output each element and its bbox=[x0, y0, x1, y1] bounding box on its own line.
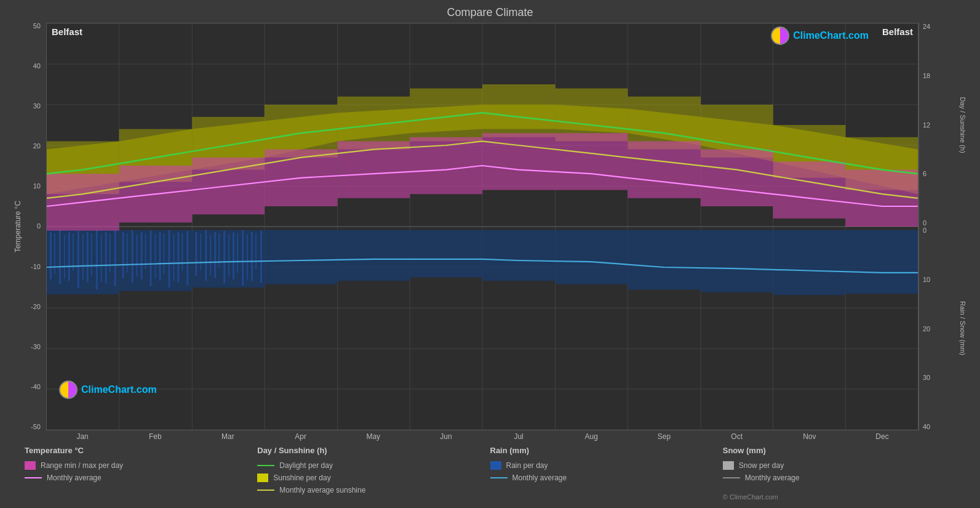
svg-rect-99 bbox=[556, 133, 628, 190]
svg-rect-78 bbox=[260, 231, 262, 283]
svg-rect-100 bbox=[627, 141, 701, 198]
svg-rect-31 bbox=[701, 230, 773, 292]
svg-rect-45 bbox=[101, 235, 102, 282]
legend-item-rain-per-day: Rain per day bbox=[490, 461, 723, 470]
svg-rect-51 bbox=[132, 230, 133, 283]
y-axis-left-label: Temperature °C bbox=[14, 201, 22, 252]
y-tick: 20 bbox=[33, 143, 41, 150]
svg-rect-72 bbox=[233, 232, 234, 280]
x-months-row: Jan Feb Mar Apr May Jun Jul Aug Sep Oct … bbox=[46, 430, 918, 441]
svg-rect-67 bbox=[210, 235, 211, 275]
svg-rect-76 bbox=[251, 232, 253, 281]
svg-rect-75 bbox=[247, 235, 248, 280]
svg-rect-77 bbox=[255, 233, 257, 269]
logo-icon-top bbox=[771, 26, 789, 45]
chart-main: Belfast Belfast ClimeChart.com ClimeChar… bbox=[46, 23, 918, 430]
chart-title: Compare Climate bbox=[12, 6, 968, 19]
svg-rect-28 bbox=[482, 230, 556, 281]
y-tick-rain: 0 bbox=[923, 227, 926, 234]
svg-rect-68 bbox=[214, 232, 216, 278]
legend-label-snow-avg: Monthly average bbox=[745, 474, 800, 482]
legend-line-snow-avg bbox=[723, 477, 740, 478]
svg-rect-40 bbox=[78, 231, 79, 289]
y-axis-right: 24 18 12 6 0 Day / Sunshine (h) 0 10 20 … bbox=[918, 23, 968, 430]
legend-item-sunshine-per-day: Sunshine per day bbox=[257, 474, 490, 482]
y-tick: 0 bbox=[37, 223, 41, 230]
legend-swatch-temp-range bbox=[25, 461, 36, 470]
y-axis-label-sunshine: Day / Sunshine (h) bbox=[959, 97, 966, 153]
svg-rect-41 bbox=[82, 234, 84, 280]
logo-bottom-left: ClimeChart.com bbox=[59, 381, 157, 399]
svg-rect-46 bbox=[105, 232, 107, 284]
svg-rect-25 bbox=[265, 230, 338, 284]
legend-line-temp-avg bbox=[25, 477, 42, 478]
x-month-may: May bbox=[337, 432, 410, 441]
y-tick-rain: 40 bbox=[923, 423, 930, 430]
svg-rect-30 bbox=[627, 230, 701, 290]
legend-item-temp-avg: Monthly average bbox=[25, 474, 257, 482]
svg-rect-48 bbox=[114, 231, 116, 286]
svg-rect-66 bbox=[205, 230, 207, 281]
svg-rect-57 bbox=[159, 232, 161, 281]
svg-rect-102 bbox=[773, 161, 846, 218]
legend-item-daylight: Daylight per day bbox=[257, 461, 490, 470]
logo-text-bottom: ClimeChart.com bbox=[81, 384, 157, 395]
y-tick: 50 bbox=[33, 23, 41, 30]
legend-title-rain: Rain (mm) bbox=[490, 446, 723, 455]
x-month-jul: Jul bbox=[482, 432, 555, 441]
legend-sunshine: Day / Sunshine (h) Daylight per day Suns… bbox=[257, 446, 490, 502]
svg-rect-53 bbox=[141, 232, 143, 280]
y-tick-rain: 30 bbox=[923, 374, 930, 381]
svg-rect-38 bbox=[68, 232, 70, 281]
y-tick-sunshine: 6 bbox=[923, 170, 926, 177]
svg-rect-47 bbox=[110, 233, 111, 273]
x-month-jun: Jun bbox=[410, 432, 482, 441]
svg-rect-37 bbox=[64, 235, 65, 279]
y-tick: -20 bbox=[31, 304, 41, 310]
y-axis-label-rain: Rain / Snow (mm) bbox=[959, 301, 966, 355]
legend-label-temp-range: Range min / max per day bbox=[41, 461, 123, 470]
svg-rect-52 bbox=[137, 235, 138, 276]
y-tick-rain: 10 bbox=[923, 276, 930, 283]
logo-icon-bottom bbox=[59, 381, 78, 399]
y-tick: -40 bbox=[31, 384, 41, 390]
legend-title-sunshine: Day / Sunshine (h) bbox=[257, 446, 490, 455]
x-month-mar: Mar bbox=[191, 432, 264, 441]
legend-item-temp-range: Range min / max per day bbox=[25, 461, 257, 470]
legend-label-rain-per-day: Rain per day bbox=[506, 461, 548, 470]
x-month-aug: Aug bbox=[555, 432, 627, 441]
y-tick: -50 bbox=[31, 424, 41, 430]
svg-rect-33 bbox=[845, 230, 918, 294]
legend-label-temp-avg: Monthly average bbox=[47, 474, 102, 482]
svg-rect-101 bbox=[701, 150, 773, 206]
legend-line-sunshine-avg bbox=[257, 490, 274, 491]
svg-rect-59 bbox=[168, 230, 170, 288]
y-axis-left: Temperature °C 50 40 30 20 10 0 -10 -20 … bbox=[12, 23, 46, 430]
chart-svg bbox=[47, 23, 918, 430]
svg-rect-35 bbox=[54, 233, 55, 274]
logo-text-top: ClimeChart.com bbox=[793, 30, 869, 41]
legend-area: Temperature °C Range min / max per day M… bbox=[12, 446, 968, 502]
legend-label-rain-avg: Monthly average bbox=[512, 474, 567, 482]
x-month-jan: Jan bbox=[46, 432, 119, 441]
svg-rect-74 bbox=[242, 230, 244, 286]
x-month-oct: Oct bbox=[701, 432, 773, 441]
city-label-left: Belfast bbox=[52, 26, 82, 37]
legend-item-snow-avg: Monthly average bbox=[723, 474, 955, 482]
logo-top-right: ClimeChart.com bbox=[771, 26, 869, 45]
y-tick-rain: 20 bbox=[923, 325, 930, 333]
svg-rect-86 bbox=[482, 84, 556, 137]
legend-label-snow-per-day: Snow per day bbox=[739, 461, 784, 470]
svg-rect-64 bbox=[195, 232, 197, 276]
y-tick: -10 bbox=[31, 264, 41, 270]
legend-title-temperature: Temperature °C bbox=[25, 446, 257, 455]
y-tick-sunshine: 12 bbox=[923, 121, 930, 129]
legend-line-rain-avg bbox=[490, 477, 508, 478]
svg-rect-60 bbox=[173, 235, 174, 281]
svg-rect-43 bbox=[91, 233, 92, 275]
svg-rect-71 bbox=[228, 234, 229, 276]
svg-rect-58 bbox=[163, 233, 164, 274]
svg-rect-63 bbox=[186, 231, 188, 285]
svg-rect-49 bbox=[122, 232, 124, 278]
svg-rect-73 bbox=[237, 233, 238, 273]
